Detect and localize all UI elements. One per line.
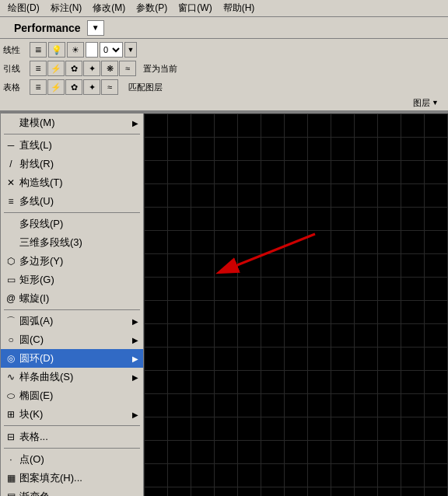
ray-icon: / [4,159,18,169]
menu-item-block[interactable]: ⊞ 块(K) ▶ [1,405,143,424]
menu-item-point[interactable]: · 点(O) [1,450,143,469]
layer-icon-stack[interactable]: ≡ [30,42,47,58]
menu-item-donut[interactable]: ◎ 圆环(D) ▶ [1,349,143,368]
layer-dropdown-arrow[interactable]: ▼ [124,42,137,58]
hatch-icon: ▦ [4,473,18,484]
menu-item-spline[interactable]: ∿ 样条曲线(S) ▶ [1,368,143,386]
arc-icon: ⌒ [4,315,18,328]
separator-4 [4,425,140,426]
layer-icon-sun[interactable]: ☀ [67,42,84,58]
separator-1 [4,134,140,134]
separator-3 [4,309,140,310]
table-icon1[interactable]: ≡ [30,79,47,95]
layer-section-label: 图层 [413,97,430,109]
leader-icon6[interactable]: ≈ [119,61,136,76]
leader-icon5[interactable]: ❋ [101,61,118,76]
set-current-label[interactable]: 置为当前 [143,63,177,75]
grid-overlay [144,114,448,496]
spline-icon: ∿ [4,372,18,382]
menu-item-ray[interactable]: / 射线(R) [1,155,143,173]
menu-item-mline[interactable]: ≡ 多线(U) [1,192,143,211]
rect-icon: ▭ [4,274,18,285]
table-icon2[interactable]: ⚡ [47,79,65,95]
menu-dimension[interactable]: 标注(N) [46,0,87,16]
submenu-arrow-arc: ▶ [132,317,138,326]
submenu-arrow-donut: ▶ [132,355,138,363]
ribbon: 线性 ≡ 💡 ☀ 0 ▼ 引线 ≡ ⚡ ✿ [0,39,448,112]
ribbon-label-leader: 引线 [3,63,25,75]
menu-item-model[interactable]: 建模(M) ▶ [1,114,143,132]
match-layer-label[interactable]: 匹配图层 [128,82,163,93]
menu-modify[interactable]: 修改(M) [88,0,130,16]
submenu-arrow-model: ▶ [132,119,138,127]
table-icon: ⊟ [4,431,18,442]
menu-draw[interactable]: 绘图(D) [3,0,44,16]
ribbon-label-linear: 线性 [3,44,25,56]
gradient-icon: ▤ [4,491,18,496]
menu-item-conline[interactable]: ✕ 构造线(T) [1,173,143,192]
table-icon5[interactable]: ≈ [101,79,118,95]
conline-icon: ✕ [4,177,18,188]
submenu-arrow-spline: ▶ [132,373,138,382]
submenu-arrow-block: ▶ [132,410,138,419]
ribbon-label-table: 表格 [3,82,25,93]
performance-title: Performance [14,22,81,34]
separator-2 [4,212,140,213]
main-area: 建模(M) ▶ ─ 直线(L) / 射线(R) ✕ 构造线(T) ≡ 多线(U)… [0,114,448,496]
menu-help[interactable]: 帮助(H) [219,0,260,16]
mline-icon: ≡ [4,196,18,207]
menu-item-ellipse[interactable]: ⬭ 椭圆(E) [1,386,143,405]
layer-icon-bulb[interactable]: 💡 [48,42,65,58]
donut-icon: ◎ [4,353,18,364]
menu-item-3dpline[interactable]: 三维多段线(3) [1,233,143,252]
helix-icon: @ [4,293,18,304]
menubar: 绘图(D) 标注(N) 修改(M) 参数(P) 窗口(W) 帮助(H) [0,0,448,17]
performance-bar: Performance ▼ [0,17,448,39]
leader-icon2[interactable]: ⚡ [47,61,65,76]
layer-section-row: 图层 ▼ [3,96,445,109]
ribbon-row-leader: 引线 ≡ ⚡ ✿ ✦ ❋ ≈ 置为当前 [3,59,445,78]
polygon-icon: ⬡ [4,256,18,267]
line-icon: ─ [4,140,18,151]
table-icon4[interactable]: ✦ [83,79,100,95]
menu-item-gradient[interactable]: ▤ 渐变色... [1,487,143,496]
dropdown-menu: 建模(M) ▶ ─ 直线(L) / 射线(R) ✕ 构造线(T) ≡ 多线(U)… [0,114,144,496]
leader-icon4[interactable]: ✦ [83,61,100,76]
menu-item-circle[interactable]: ○ 圆(C) ▶ [1,330,143,349]
menu-item-helix[interactable]: @ 螺旋(I) [1,289,143,308]
ribbon-row-table: 表格 ≡ ⚡ ✿ ✦ ≈ 匹配图层 [3,78,445,96]
menu-item-rect[interactable]: ▭ 矩形(G) [1,271,143,289]
menu-item-arc[interactable]: ⌒ 圆弧(A) ▶ [1,312,143,330]
point-icon: · [4,454,18,465]
menu-params[interactable]: 参数(P) [131,0,172,16]
submenu-arrow-circle: ▶ [132,336,138,344]
menu-item-polygon[interactable]: ⬡ 多边形(Y) [1,252,143,271]
leader-icon3[interactable]: ✿ [65,61,82,76]
layer-number-select[interactable]: 0 [100,42,123,58]
menu-item-pline[interactable]: 多段线(P) [1,215,143,233]
layer-color-box[interactable] [86,42,98,58]
separator-5 [4,448,140,449]
performance-dropdown[interactable]: ▼ [87,20,104,36]
leader-icon1[interactable]: ≡ [30,61,47,76]
ribbon-row-linear: 线性 ≡ 💡 ☀ 0 ▼ [3,40,445,59]
ellipse-icon: ⬭ [4,390,18,401]
menu-item-table[interactable]: ⊟ 表格... [1,428,143,446]
menu-item-line[interactable]: ─ 直线(L) [1,136,143,155]
menu-item-hatch[interactable]: ▦ 图案填充(H)... [1,469,143,487]
block-icon: ⊞ [4,409,18,420]
layer-section-arrow: ▼ [432,99,439,107]
menu-window[interactable]: 窗口(W) [173,0,216,16]
circle-icon: ○ [4,334,18,345]
table-icon3[interactable]: ✿ [65,79,82,95]
canvas-area [144,114,448,496]
